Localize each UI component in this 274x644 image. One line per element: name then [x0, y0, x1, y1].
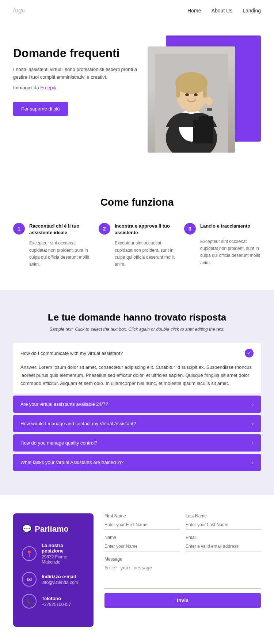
faq-question-3-text: How would I manage and contact my Virtua…	[20, 421, 136, 426]
step-3-header: 3 Lancio e tracciamento	[184, 223, 261, 235]
contact-form: First Name Last Name Name Email Message …	[104, 513, 261, 627]
email-input[interactable]	[186, 542, 261, 551]
steps-container: 1 Raccontaci chi è il tuo assistente ide…	[13, 223, 261, 268]
submit-button[interactable]: Invia	[104, 593, 261, 608]
step-1-header: 1 Raccontaci chi è il tuo assistente ide…	[13, 223, 90, 236]
step-3-desc: Excepteur sint occaecat cupidatat non pr…	[200, 238, 261, 266]
name-label: Name	[104, 535, 180, 540]
step-2-title: Incontra e approva il tuo assistente	[115, 223, 175, 236]
hero-section: Domande frequenti I nostri assistenti vi…	[0, 21, 274, 175]
contact-phone-text: Telefono +27825100457	[42, 596, 71, 607]
nav-links: Home About Us Landing	[187, 8, 261, 14]
form-group-name: Name	[104, 535, 180, 551]
step-2-number: 2	[99, 223, 110, 235]
hero-text: Domande frequenti I nostri assistenti vi…	[13, 35, 144, 116]
faq-question-5-text: What tasks your Virtual Assistants are t…	[20, 460, 123, 465]
faq-chevron-5-icon: ›	[252, 460, 254, 465]
svg-point-12	[194, 93, 198, 96]
faq-item-3[interactable]: How would I manage and contact my Virtua…	[13, 415, 261, 432]
name-input[interactable]	[104, 542, 180, 551]
step-3-title: Lancio e tracciamento	[200, 223, 250, 229]
svg-rect-5	[176, 79, 180, 98]
hero-photo-bg	[148, 46, 235, 153]
contact-phone-value: +27825100457	[42, 602, 71, 607]
step-3: 3 Lancio e tracciamento Excepteur sint o…	[184, 223, 261, 268]
contact-email-text: Indirizzo e-mail info@azienda.com	[42, 574, 78, 585]
hero-title: Domande frequenti	[13, 46, 144, 60]
faq-item-4[interactable]: How do you manage quality control? ›	[13, 434, 261, 452]
contact-location-text: La nostra posizione 29832 Fiume Makenzie	[42, 543, 85, 565]
contact-phone-title: Telefono	[42, 596, 71, 601]
contact-email-item: ✉ Indirizzo e-mail info@azienda.com	[22, 572, 85, 587]
contact-location-item: 📍 La nostra posizione 29832 Fiume Makenz…	[22, 543, 85, 565]
email-icon: ✉	[22, 572, 37, 587]
navbar: logo Home About Us Landing	[0, 0, 274, 21]
chat-icon: 💬	[22, 524, 32, 534]
contact-location-title: La nostra posizione	[42, 543, 85, 554]
message-textarea[interactable]	[104, 563, 261, 589]
how-it-works-title: Come funziona	[13, 196, 261, 208]
contact-email-title: Indirizzo e-mail	[42, 574, 78, 579]
nav-about[interactable]: About Us	[212, 8, 233, 14]
first-name-input[interactable]	[104, 520, 180, 530]
svg-rect-10	[207, 108, 212, 111]
faq-answer-1: Answer. Lorem ipsum dolor sit amet, cons…	[20, 363, 254, 387]
hero-cta-button[interactable]: Per saperne di più	[13, 102, 68, 116]
svg-point-9	[205, 97, 213, 106]
form-group-message: Message	[104, 557, 261, 590]
faq-chevron-3-icon: ›	[252, 421, 254, 426]
freepik-link[interactable]: Freepik	[40, 85, 56, 90]
first-name-label: First Name	[104, 513, 180, 518]
nav-landing[interactable]: Landing	[243, 8, 261, 14]
svg-point-4	[175, 72, 208, 94]
phone-icon: 📞	[22, 594, 37, 609]
hero-photo	[148, 46, 235, 153]
form-group-last-name: Last Name	[186, 513, 261, 530]
faq-check-icon: ✓	[245, 349, 254, 357]
faq-title: Le tue domande hanno trovato risposta	[13, 312, 261, 323]
svg-rect-6	[203, 79, 207, 98]
faq-item-5[interactable]: What tasks your Virtual Assistants are t…	[13, 454, 261, 471]
faq-question-1-text: How do I communicate with my virtual ass…	[20, 351, 123, 356]
hero-credit: Immagini da Freepik	[13, 84, 144, 92]
step-1-number: 1	[13, 223, 25, 235]
form-row-2: Name Email	[104, 535, 261, 551]
contact-info-panel: 💬 Parliamo 📍 La nostra posizione 29832 F…	[13, 513, 94, 627]
form-group-email: Email	[186, 535, 261, 551]
nav-home[interactable]: Home	[187, 8, 201, 14]
svg-point-11	[185, 93, 189, 96]
contact-section: 💬 Parliamo 📍 La nostra posizione 29832 F…	[0, 495, 274, 644]
step-2: 2 Incontra e approva il tuo assistente E…	[99, 223, 175, 268]
message-label: Message	[104, 557, 261, 562]
hero-description: I nostri assistenti virtuali sono profes…	[13, 66, 144, 81]
faq-item-open[interactable]: How do I communicate with my virtual ass…	[13, 343, 261, 393]
last-name-label: Last Name	[186, 513, 261, 518]
faq-item-2[interactable]: Are your virtual assistants available 24…	[13, 396, 261, 413]
location-icon: 📍	[22, 546, 37, 561]
step-3-number: 3	[184, 223, 196, 235]
step-1: 1 Raccontaci chi è il tuo assistente ide…	[13, 223, 90, 268]
faq-question-1[interactable]: How do I communicate with my virtual ass…	[20, 349, 254, 357]
faq-chevron-4-icon: ›	[252, 440, 254, 446]
faq-section: Le tue domande hanno trovato risposta Sa…	[0, 290, 274, 495]
step-2-desc: Excepteur sint occaecat cupidatat non pr…	[115, 240, 175, 268]
contact-email-value: info@azienda.com	[42, 580, 78, 585]
faq-question-2-text: Are your virtual assistants available 24…	[20, 401, 108, 407]
hero-image-area	[144, 35, 261, 153]
step-1-title: Raccontaci chi è il tuo assistente ideal…	[29, 223, 90, 236]
faq-subtitle: Sample text. Click to select the text bo…	[13, 327, 261, 332]
faq-question-4-text: How do you manage quality control?	[20, 440, 97, 446]
form-row-1: First Name Last Name	[104, 513, 261, 530]
form-group-first-name: First Name	[104, 513, 180, 530]
last-name-input[interactable]	[186, 520, 261, 530]
how-it-works-section: Come funziona 1 Raccontaci chi è il tuo …	[0, 175, 274, 290]
faq-chevron-2-icon: ›	[252, 401, 254, 407]
step-2-header: 2 Incontra e approva il tuo assistente	[99, 223, 175, 236]
svg-rect-8	[193, 120, 213, 143]
contact-phone-item: 📞 Telefono +27825100457	[22, 594, 85, 609]
contact-title: 💬 Parliamo	[22, 524, 85, 534]
person-illustration	[155, 54, 228, 153]
logo: logo	[13, 7, 26, 14]
contact-location-value: 29832 Fiume Makenzie	[42, 554, 85, 565]
email-label: Email	[186, 535, 261, 540]
